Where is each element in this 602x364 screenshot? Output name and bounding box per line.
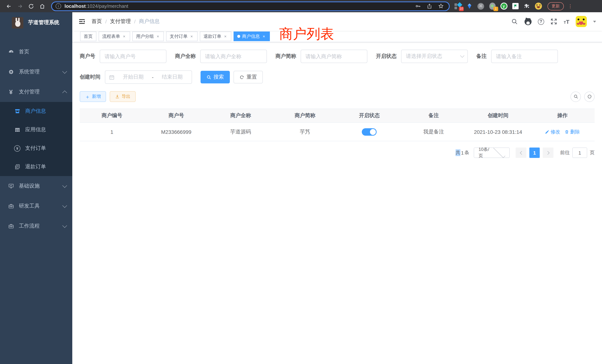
- share-icon[interactable]: [427, 3, 432, 9]
- pay-submenu: 商户信息 应用信息 ¥ 支付订单: [0, 102, 72, 176]
- font-size-icon[interactable]: TT: [564, 19, 569, 24]
- close-icon[interactable]: ×: [122, 34, 126, 39]
- search-icon: [573, 94, 578, 99]
- show-search-button[interactable]: [570, 91, 581, 102]
- app-logo: [12, 17, 23, 28]
- sidebar-item-devtools[interactable]: 研发工具: [0, 196, 72, 216]
- fullscreen-icon[interactable]: [550, 18, 557, 25]
- breadcrumb-home[interactable]: 首页: [92, 18, 102, 25]
- extension-icon-4[interactable]: 1: [489, 2, 496, 10]
- browser-menu-icon[interactable]: ⋮: [568, 3, 572, 9]
- home-icon[interactable]: [39, 2, 46, 10]
- forward-icon[interactable]: [16, 2, 24, 10]
- filter-status: 开启状态 请选择开启状态: [376, 50, 468, 63]
- page-content: 商户号 商户全称 商户简称 开启状态 请选择开启状态: [72, 42, 602, 364]
- prev-page-button[interactable]: [516, 148, 526, 158]
- tab-user-group[interactable]: 用户分组×: [132, 32, 164, 41]
- sidebar-item-infra[interactable]: 基础设施: [0, 176, 72, 196]
- remark-input[interactable]: [491, 50, 558, 63]
- tab-pay-order[interactable]: 支付订单×: [166, 32, 198, 41]
- close-icon[interactable]: ×: [262, 34, 266, 39]
- filter-remark: 备注: [476, 50, 558, 63]
- yen-icon: ¥: [8, 89, 14, 95]
- reset-button[interactable]: 重置: [234, 71, 263, 83]
- table-row: 1 M233666999 芋道源码 芋艿 我是备注 2021-10-23 08:…: [80, 123, 595, 141]
- date-range-picker[interactable]: 开始日期 - 结束日期: [105, 70, 192, 84]
- table-header: 商户编号 商户号 商户全称 商户简称 开启状态 备注 创建时间 操作: [80, 109, 595, 123]
- current-page[interactable]: 1: [529, 148, 540, 158]
- page: i localhost:1024/pay/merchant 10 ⌘ 1 y: [0, 0, 602, 364]
- info-icon[interactable]: i: [56, 3, 61, 9]
- help-icon[interactable]: ?: [538, 18, 544, 25]
- extension-icon-5[interactable]: y: [500, 2, 507, 10]
- merchant-no-input[interactable]: [100, 50, 166, 63]
- active-dot-icon: [237, 35, 240, 38]
- breadcrumb-current: 商户信息: [139, 18, 160, 25]
- app-title: 芋道管理系统: [28, 19, 59, 26]
- refresh-table-button[interactable]: [584, 91, 595, 102]
- sidebar-item-pay[interactable]: ¥ 支付管理: [0, 82, 72, 102]
- chevron-down-icon: [493, 146, 505, 158]
- logo-row[interactable]: 芋道管理系统: [0, 12, 72, 33]
- sidebar-item-pay-order[interactable]: ¥ 支付订单: [0, 139, 72, 158]
- extensions-puzzle-icon[interactable]: [523, 2, 530, 10]
- chevron-up-icon: [62, 90, 67, 95]
- download-icon: [115, 94, 120, 99]
- refresh-icon: [239, 75, 244, 79]
- extensions-area: 10 ⌘ 1 y 更新 ⋮: [454, 2, 572, 10]
- goto-page-input[interactable]: [572, 148, 587, 158]
- reload-icon[interactable]: [27, 2, 35, 10]
- breadcrumb-pay[interactable]: 支付管理: [110, 18, 131, 25]
- sidebar-item-refund-order[interactable]: 退款订单: [0, 158, 72, 176]
- next-page-button[interactable]: [543, 148, 553, 158]
- browser-update-button[interactable]: 更新: [548, 2, 564, 10]
- chevron-down-icon: [62, 183, 67, 188]
- github-icon[interactable]: [524, 18, 531, 25]
- extension-icon-3[interactable]: ⌘: [477, 2, 484, 10]
- pagination: 共 1 条 10条/页 1 前往 页: [80, 148, 595, 158]
- page-size-select[interactable]: 10条/页: [474, 148, 510, 158]
- gear-icon: [8, 69, 14, 75]
- tab-refund-order[interactable]: 退款订单×: [200, 32, 231, 41]
- add-button[interactable]: ＋ 新增: [80, 91, 106, 102]
- back-icon[interactable]: [5, 2, 13, 10]
- key-icon[interactable]: [415, 3, 421, 9]
- extension-icon-6[interactable]: [512, 2, 519, 10]
- search-icon[interactable]: [511, 18, 518, 25]
- address-bar[interactable]: i localhost:1024/pay/merchant: [51, 1, 450, 11]
- hamburger-icon[interactable]: [78, 18, 86, 25]
- sidebar-item-merchant-info[interactable]: 商户信息: [0, 102, 72, 120]
- search-button[interactable]: 搜索: [201, 71, 230, 83]
- avatar-caret-icon[interactable]: [593, 21, 596, 22]
- filter-create-time: 创建时间 开始日期 - 结束日期: [80, 70, 192, 84]
- sidebar-item-home[interactable]: 首页: [0, 42, 72, 62]
- tab-process-form[interactable]: 流程表单×: [99, 32, 130, 41]
- status-toggle[interactable]: [362, 128, 377, 136]
- profile-avatar-icon[interactable]: [535, 2, 542, 10]
- dashboard-icon: [8, 49, 14, 55]
- export-button[interactable]: 导出: [110, 91, 136, 102]
- close-icon[interactable]: ×: [223, 34, 228, 39]
- annotation-title: 商户列表: [279, 25, 334, 43]
- chevron-down-icon: [62, 223, 67, 228]
- extension-icon-2[interactable]: [466, 2, 473, 10]
- sidebar-item-workflow[interactable]: 工作流程: [0, 216, 72, 236]
- extension-icon-1[interactable]: 10: [454, 2, 462, 10]
- sidebar-item-system[interactable]: 系统管理: [0, 62, 72, 82]
- filter-short-name: 商户简称: [275, 50, 367, 63]
- status-select[interactable]: 请选择开启状态: [401, 50, 468, 63]
- close-icon[interactable]: ×: [189, 34, 194, 39]
- sidebar-item-app-info[interactable]: 应用信息: [0, 120, 72, 139]
- chevron-down-icon: [62, 69, 67, 73]
- tab-home[interactable]: 首页: [80, 32, 96, 41]
- close-icon[interactable]: ×: [156, 34, 160, 39]
- document-icon: [14, 164, 20, 170]
- user-avatar[interactable]: [576, 16, 587, 27]
- bookmark-star-icon[interactable]: [438, 3, 444, 9]
- edit-link[interactable]: 修改: [545, 128, 560, 135]
- chevron-down-icon: [62, 203, 67, 208]
- delete-link[interactable]: 删除: [565, 128, 580, 135]
- short-name-input[interactable]: [301, 50, 367, 63]
- full-name-input[interactable]: [200, 50, 267, 63]
- tab-merchant-info[interactable]: 商户信息×: [234, 32, 270, 41]
